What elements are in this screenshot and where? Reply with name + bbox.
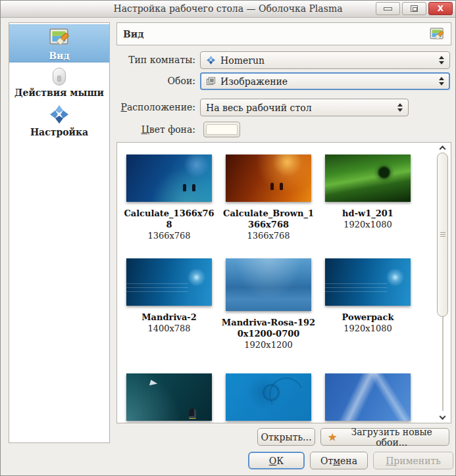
maximize-button[interactable]: [402, 2, 426, 15]
wallpaper-name: Mandriva-Rosa-1920x1200-0700: [220, 317, 317, 339]
wallpaper-name: Calculate_Brown_1366x768: [220, 208, 317, 230]
wallpaper-type-value: Изображение: [220, 76, 288, 87]
maximize-icon: [411, 5, 418, 12]
minimize-button[interactable]: [376, 2, 400, 15]
scrollbar-thumb[interactable]: [437, 153, 448, 317]
wallpaper-item[interactable]: Calculate_1366x768 1366x768: [121, 155, 217, 241]
room-type-label: Тип комнаты:: [97, 55, 195, 65]
wallpaper-resolution: 1920x1080: [343, 323, 392, 334]
mouse-icon: [53, 68, 66, 85]
wallpaper-thumbnail: [126, 155, 212, 202]
wallpaper-thumbnail: [226, 373, 311, 421]
wallpaper-name: hd-w1_201: [342, 208, 393, 219]
scrollbar-grip-icon: [440, 232, 445, 233]
positioning-select[interactable]: На весь рабочий стол: [200, 99, 409, 116]
ok-button[interactable]: ОК: [248, 452, 305, 469]
wallpaper-item[interactable]: Powerpack 1920x1080: [320, 258, 416, 334]
close-button[interactable]: X: [428, 2, 453, 15]
positioning-value: На весь рабочий стол: [206, 103, 312, 113]
background-color-label: Цвет фона:: [97, 124, 195, 135]
wallpaper-type-select[interactable]: Изображение: [200, 72, 450, 90]
wallpaper-item[interactable]: Calculate_Brown_1366x768 1366x768: [220, 155, 317, 241]
open-button[interactable]: Открыть...: [257, 428, 315, 446]
wallpaper-thumbnail: [325, 155, 411, 202]
kde-plasma-icon: [49, 104, 70, 125]
get-new-wallpapers-button[interactable]: ★ Загрузить новые обои...: [320, 428, 449, 446]
wallpaper-item[interactable]: [121, 373, 217, 421]
wallpaper-resolution: 1366x768: [147, 230, 190, 241]
wallpaper-name: Mandriva-2: [141, 312, 197, 323]
sidebar-item-label: Действия мыши: [14, 87, 104, 98]
wallpaper-item[interactable]: hd-w1_201 1920x1080: [320, 155, 416, 230]
sidebar-item-label: Настройка: [30, 127, 88, 137]
wallpaper-thumbnail: [325, 258, 411, 306]
wallpaper-resolution: 1920x1200: [244, 339, 293, 350]
wallpaper-resolution: 1400x788: [147, 323, 190, 334]
wallpaper-icon: [429, 26, 445, 42]
wallpaper-resolution: 1366x768: [247, 230, 290, 241]
positioning-label: Расположение:: [97, 102, 195, 112]
page-header: Вид: [116, 22, 451, 45]
scroll-up-icon[interactable]: [440, 146, 446, 153]
wallpaper-name: Powerpack: [342, 312, 394, 323]
sidebar-item-label: Вид: [49, 51, 70, 61]
wallpaper-item[interactable]: Mandriva-Rosa-1920x1200-0700 1920x1200: [220, 258, 317, 350]
wallpaper-name: Calculate_1366x768: [121, 208, 217, 230]
page-title: Вид: [123, 29, 144, 39]
wallpaper-item[interactable]: Mandriva-2 1400x788: [121, 258, 217, 334]
close-icon: X: [438, 4, 443, 13]
homerun-icon: [206, 55, 216, 65]
wallpaper-type-label: Обои:: [97, 76, 195, 86]
apply-button[interactable]: Применить: [373, 452, 453, 469]
scroll-down-icon[interactable]: [440, 414, 446, 420]
background-color-button[interactable]: [203, 122, 240, 137]
wallpaper-thumbnail: [325, 373, 411, 421]
room-type-value: Homerun: [220, 55, 265, 66]
window-controls: X: [376, 2, 453, 15]
color-swatch: [206, 124, 238, 135]
wallpaper-thumbnail: [226, 258, 311, 311]
dropdown-arrows-icon: [439, 77, 444, 85]
sidebar-item-mouse-actions[interactable]: Действия мыши: [9, 65, 109, 101]
wallpaper-item[interactable]: [220, 373, 317, 421]
star-icon: ★: [328, 432, 337, 442]
sidebar-item-configuration[interactable]: Настройка: [9, 102, 109, 139]
desktop-settings-window: Настройка рабочего стола — Оболочка Plas…: [0, 0, 456, 476]
wallpaper-resolution: 1920x1080: [343, 219, 392, 230]
wallpaper-thumbnail: [126, 258, 212, 306]
sidebar: Вид Действия мыши Настройка: [9, 22, 110, 443]
cancel-button[interactable]: Отмена: [310, 452, 368, 469]
wallpaper-thumbnail: [226, 155, 311, 202]
wallpaper-thumbnail: [126, 373, 212, 421]
wallpaper-item[interactable]: [320, 373, 416, 421]
wallpaper-icon: [48, 26, 70, 49]
dropdown-arrows-icon: [439, 56, 444, 64]
wallpaper-list[interactable]: Calculate_1366x768 1366x768 Calculate_Br…: [116, 142, 451, 423]
room-type-select[interactable]: Homerun: [200, 51, 450, 69]
titlebar[interactable]: Настройка рабочего стола — Оболочка Plas…: [1, 1, 455, 18]
minimize-icon: [384, 7, 392, 11]
dropdown-arrows-icon: [397, 103, 403, 112]
scrollbar[interactable]: [436, 144, 449, 421]
image-stack-icon: [206, 76, 216, 86]
sidebar-item-view[interactable]: Вид: [9, 24, 109, 62]
